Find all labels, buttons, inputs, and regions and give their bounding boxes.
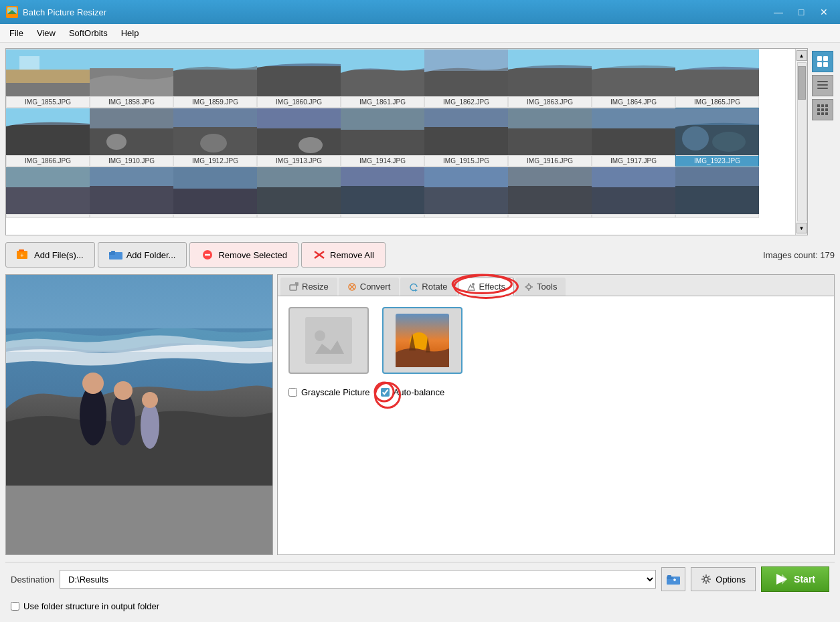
svg-point-113 — [704, 577, 708, 581]
close-button[interactable]: ✕ — [813, 3, 835, 21]
list-item[interactable] — [341, 167, 424, 218]
tab-convert[interactable]: Convert — [339, 278, 400, 296]
menu-softorbits[interactable]: SoftOrbits — [64, 26, 113, 40]
image-label: IMG_1910.JPG — [90, 155, 173, 166]
svg-rect-71 — [817, 88, 828, 89]
start-label: Start — [794, 574, 815, 585]
list-item[interactable]: IMG_1923.JPG — [675, 108, 759, 167]
list-item[interactable]: IMG_1916.JPG — [508, 108, 592, 167]
thumbnail — [6, 167, 90, 214]
image-label: IMG_1914.JPG — [341, 155, 424, 166]
scroll-up-button[interactable]: ▲ — [796, 50, 807, 61]
convert-icon — [347, 282, 357, 292]
list-item[interactable]: IMG_1863.JPG — [508, 49, 592, 108]
auto-balance-checkbox[interactable] — [381, 388, 390, 397]
thumbnail — [592, 108, 675, 155]
thumbnail — [173, 108, 257, 155]
thumbnail — [90, 108, 173, 155]
svg-rect-13 — [257, 66, 341, 96]
effect-none[interactable] — [288, 307, 369, 374]
add-files-button[interactable]: + Add File(s)... — [5, 242, 95, 268]
menu-help[interactable]: Help — [116, 26, 145, 40]
remove-selected-button[interactable]: Remove Selected — [189, 242, 299, 268]
thumbnail — [6, 108, 90, 155]
svg-rect-60 — [508, 186, 592, 214]
thumbnail — [341, 49, 424, 96]
list-item[interactable]: IMG_1917.JPG — [592, 108, 675, 167]
maximize-button[interactable]: □ — [790, 3, 812, 21]
list-item[interactable]: IMG_1864.JPG — [592, 49, 675, 108]
list-item[interactable]: IMG_1866.JPG — [6, 108, 90, 167]
tab-rotate-label: Rotate — [422, 282, 447, 292]
list-view-button[interactable] — [812, 75, 833, 96]
list-item[interactable]: IMG_1855.JPG — [6, 49, 90, 108]
svg-rect-17 — [424, 71, 508, 96]
gallery-row-1: IMG_1855.JPG IMG_1858.JPG IMG_1859.JPG — [6, 49, 795, 108]
list-item[interactable] — [508, 167, 592, 218]
list-item[interactable]: IMG_1915.JPG — [424, 108, 508, 167]
tab-resize[interactable]: Resize — [280, 278, 337, 296]
thumbnail — [508, 108, 592, 155]
svg-rect-42 — [592, 128, 675, 155]
list-item[interactable]: IMG_1912.JPG — [173, 108, 257, 167]
auto-balance-checkbox-label[interactable]: Auto-balance — [381, 387, 445, 397]
svg-rect-19 — [508, 68, 592, 96]
folder-structure-label[interactable]: Use folder structure in output folder — [11, 601, 159, 611]
svg-rect-79 — [821, 112, 824, 115]
list-item[interactable] — [592, 167, 675, 218]
list-item[interactable] — [675, 167, 759, 218]
thumbnail — [90, 167, 173, 214]
grid-view-button[interactable] — [812, 99, 833, 120]
grayscale-checkbox-label[interactable]: Grayscale Picture — [288, 387, 370, 397]
remove-selected-icon — [201, 249, 214, 260]
thumbnail — [6, 49, 90, 96]
tab-rotate[interactable]: Rotate — [400, 278, 456, 296]
list-item[interactable] — [6, 167, 90, 218]
scroll-down-button[interactable]: ▼ — [796, 223, 807, 233]
list-item[interactable]: IMG_1861.JPG — [341, 49, 424, 108]
start-button[interactable]: Start — [761, 566, 829, 592]
tools-icon — [524, 282, 533, 292]
list-item[interactable]: IMG_1913.JPG — [257, 108, 341, 167]
remove-all-label: Remove All — [330, 250, 374, 260]
browse-button[interactable] — [661, 567, 685, 591]
options-button[interactable]: Options — [691, 567, 756, 591]
effect-autobalance[interactable] — [382, 307, 463, 374]
menu-file[interactable]: File — [4, 26, 29, 40]
svg-rect-50 — [90, 186, 173, 214]
menu-view[interactable]: View — [31, 26, 61, 40]
scrollbar-track[interactable] — [797, 62, 807, 221]
svg-rect-112 — [667, 575, 671, 577]
list-item[interactable]: IMG_1914.JPG — [341, 108, 424, 167]
destination-bar: Destination D:\Results Options — [5, 562, 835, 596]
scrollbar-thumb[interactable] — [798, 66, 806, 100]
destination-select[interactable]: D:\Results — [60, 570, 656, 589]
options-label: Options — [716, 575, 746, 585]
minimize-button[interactable]: — — [768, 3, 789, 21]
list-item[interactable]: IMG_1860.JPG — [257, 49, 341, 108]
list-item[interactable] — [90, 167, 173, 218]
grayscale-checkbox[interactable] — [288, 388, 297, 397]
image-label — [592, 214, 675, 217]
svg-rect-21 — [592, 68, 675, 96]
add-folder-button[interactable]: Add Folder... — [98, 242, 187, 268]
list-item[interactable]: IMG_1910.JPG — [90, 108, 173, 167]
remove-all-button[interactable]: Remove All — [301, 242, 386, 268]
effects-grid — [288, 307, 823, 374]
list-item[interactable]: IMG_1858.JPG — [90, 49, 173, 108]
folder-structure-checkbox[interactable] — [11, 602, 19, 611]
tab-tools[interactable]: Tools — [515, 278, 566, 296]
image-label: IMG_1917.JPG — [592, 155, 675, 166]
thumbnail-view-button[interactable] — [812, 51, 833, 72]
svg-rect-105 — [305, 317, 352, 364]
tab-effects[interactable]: Effects — [458, 278, 515, 296]
svg-rect-75 — [817, 108, 820, 111]
list-item[interactable] — [173, 167, 257, 218]
add-folder-label: Add Folder... — [127, 250, 176, 260]
list-item[interactable]: IMG_1865.JPG — [675, 49, 759, 108]
add-folder-icon — [109, 249, 122, 260]
list-item[interactable] — [257, 167, 341, 218]
list-item[interactable]: IMG_1859.JPG — [173, 49, 257, 108]
list-item[interactable]: IMG_1862.JPG — [424, 49, 508, 108]
list-item[interactable] — [424, 167, 508, 218]
